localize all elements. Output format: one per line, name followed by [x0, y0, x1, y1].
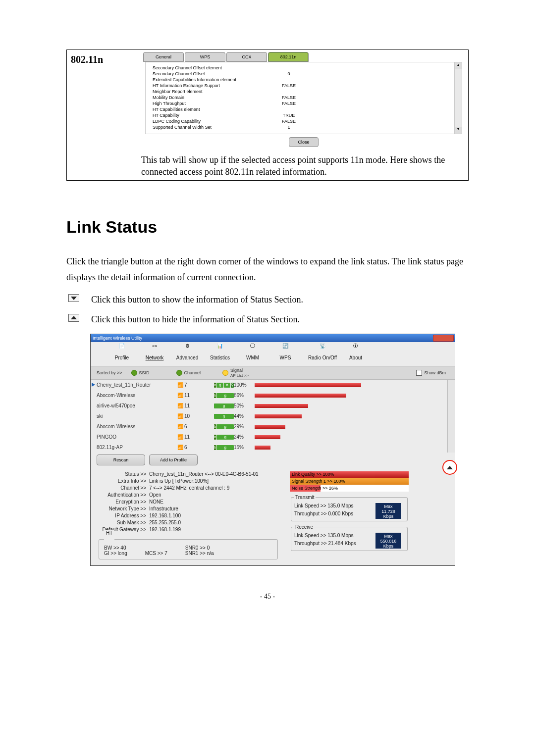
- ap-row[interactable]: ski📶10g44%: [91, 411, 455, 421]
- link-status-heading: Link Status: [66, 217, 469, 237]
- show-dbm-checkbox[interactable]: [416, 370, 422, 376]
- toolbar-advanced[interactable]: ⚙Advanced: [171, 343, 204, 366]
- tab-general[interactable]: General: [143, 52, 184, 62]
- page-number: - 45 -: [66, 593, 469, 601]
- receive-box: Receive Link Speed >> 135.0 Mbps Through…: [291, 524, 408, 551]
- radio-channel[interactable]: [176, 370, 182, 376]
- toolbar-radio[interactable]: 📡Radio On/Off: [302, 343, 343, 366]
- row-label: Secondary Channel Offset element: [153, 65, 252, 71]
- radio-ssid[interactable]: [131, 370, 137, 376]
- signal-strength-meter: Signal Strength 1 >> 100%: [290, 478, 409, 485]
- triangle-down-icon[interactable]: [68, 294, 79, 302]
- tab-80211n[interactable]: 802.11n: [268, 52, 309, 62]
- ap-row[interactable]: Abocom-Wireless📶6bg29%: [91, 421, 455, 432]
- ap-row[interactable]: 802.11g-AP📶6bg15%: [91, 442, 455, 453]
- ht-box: HT BW >> 40 GI >> long MCS >> 7 SNR0 >> …: [99, 537, 278, 559]
- collapse-bullet: Click this button to hide the informatio…: [68, 314, 469, 325]
- wireless-utility-window: Intelligent Wireless Utility 📄Profile ⊶N…: [90, 334, 455, 566]
- expand-bullet: Click this button to show the informatio…: [68, 294, 469, 305]
- add-to-profile-button[interactable]: Add to Profile: [149, 454, 198, 465]
- ap-row[interactable]: airlive-wl5470poe📶11g50%: [91, 401, 455, 411]
- toolbar-wmm[interactable]: 🖵WMM: [236, 343, 269, 366]
- section-description: This tab will show up if the selected ac…: [141, 154, 466, 178]
- close-icon[interactable]: [433, 335, 454, 342]
- transmit-box: Transmit Link Speed >> 135.0 Mbps Throug…: [291, 495, 408, 521]
- rescan-button[interactable]: Rescan: [97, 454, 145, 465]
- ap-list: Cherry_test_11n_Router📶7bgn⚲100%Abocom-W…: [91, 380, 455, 453]
- title-bar[interactable]: Intelligent Wireless Utility: [91, 334, 455, 342]
- section-80211n: 802.11n General WPS CCX 802.11n Secondar…: [66, 50, 469, 181]
- tab-bar: General WPS CCX 802.11n: [143, 52, 468, 62]
- ap-row[interactable]: Abocom-Wireless📶11bg86%: [91, 390, 455, 401]
- link-quality-meter: Link Quality >> 100%: [290, 471, 409, 478]
- toolbar-network[interactable]: ⊶Network: [138, 343, 171, 366]
- selected-icon: [92, 383, 95, 387]
- toolbar-about[interactable]: 🛈About: [343, 343, 368, 366]
- close-button[interactable]: Close: [289, 137, 319, 147]
- ap-row[interactable]: Cherry_test_11n_Router📶7bgn⚲100%: [91, 380, 455, 390]
- noise-strength-meter: Noise Strength >> 26%: [290, 485, 409, 492]
- ap-scrollbar[interactable]: [447, 380, 455, 453]
- tab-wps[interactable]: WPS: [185, 52, 225, 62]
- section-label: 802.11n: [67, 50, 139, 180]
- scrollbar[interactable]: ▴▾: [454, 62, 462, 134]
- info-list: Secondary Channel Offset element Seconda…: [145, 62, 462, 134]
- triangle-up-icon[interactable]: [68, 314, 79, 322]
- radio-signal[interactable]: [222, 370, 228, 376]
- toolbar-statistics[interactable]: 📊Statistics: [204, 343, 236, 366]
- sort-bar: Sorted by >> SSID Channel SignalAP List …: [91, 366, 455, 380]
- status-area: Status >>Extra Info >>Channel >>Authenti…: [91, 467, 455, 565]
- ap-row[interactable]: PINGOO📶11bg24%: [91, 432, 455, 442]
- toolbar-profile[interactable]: 📄Profile: [106, 343, 138, 366]
- toolbar-wps[interactable]: 🔄WPS: [269, 343, 302, 366]
- title-text: Intelligent Wireless Utility: [93, 336, 142, 341]
- collapse-toggle[interactable]: [442, 460, 457, 475]
- tab-ccx[interactable]: CCX: [226, 52, 267, 62]
- toolbar: 📄Profile ⊶Network ⚙Advanced 📊Statistics …: [91, 342, 455, 366]
- intro-text: Click the triangle button at the right d…: [66, 253, 469, 286]
